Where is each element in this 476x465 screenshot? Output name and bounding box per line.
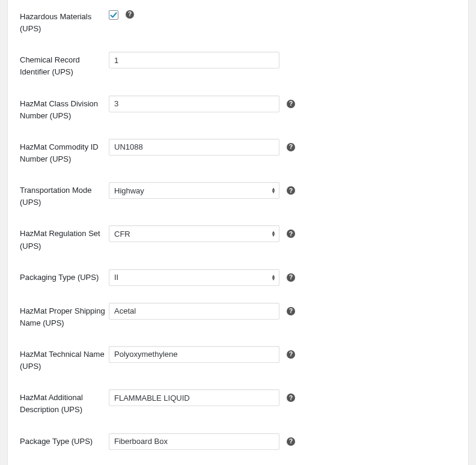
proper-shipping-name-input[interactable] [109, 303, 279, 320]
field-transportation-mode: Transportation Mode (UPS) Highway ▲▼ ? [20, 182, 459, 208]
regulation-set-select[interactable]: CFR [109, 225, 279, 242]
field-packaging-type: Packaging Type (UPS) II ▲▼ ? [20, 269, 459, 286]
help-icon[interactable]: ? [287, 143, 295, 151]
field-additional-description: HazMat Additional Description (UPS) ? [20, 389, 459, 416]
label-technical-name: HazMat Technical Name (UPS) [20, 346, 109, 372]
help-icon[interactable]: ? [126, 10, 134, 19]
field-class-division-number: HazMat Class Division Number (UPS) ? [20, 96, 459, 122]
label-proper-shipping-name: HazMat Proper Shipping Name (UPS) [20, 303, 109, 329]
transportation-mode-select[interactable]: Highway [109, 182, 279, 199]
label-chemical-record-identifier: Chemical Record Identifier (UPS) [20, 52, 109, 78]
help-icon[interactable]: ? [287, 437, 295, 446]
help-icon[interactable]: ? [287, 307, 295, 315]
field-hazardous-materials: Hazardous Materials (UPS) ? [20, 8, 459, 35]
hazmat-settings-panel: Hazardous Materials (UPS) ? Chemical Rec… [7, 0, 469, 465]
field-regulation-set: HazMat Regulation Set (UPS) CFR ▲▼ ? [20, 225, 459, 252]
help-icon[interactable]: ? [287, 350, 295, 359]
label-packaging-type: Packaging Type (UPS) [20, 269, 109, 284]
technical-name-input[interactable] [109, 346, 279, 363]
label-regulation-set: HazMat Regulation Set (UPS) [20, 225, 109, 252]
help-icon[interactable]: ? [287, 186, 295, 195]
label-commodity-id-number: HazMat Commodity ID Number (UPS) [20, 139, 109, 165]
label-package-type: Package Type (UPS) [20, 433, 109, 448]
package-type-input[interactable] [109, 433, 279, 450]
field-commodity-id-number: HazMat Commodity ID Number (UPS) ? [20, 139, 459, 165]
label-class-division-number: HazMat Class Division Number (UPS) [20, 96, 109, 122]
chemical-record-identifier-input[interactable] [109, 52, 279, 68]
label-additional-description: HazMat Additional Description (UPS) [20, 389, 109, 416]
help-icon[interactable]: ? [287, 394, 295, 402]
packaging-type-select[interactable]: II [109, 269, 279, 286]
field-proper-shipping-name: HazMat Proper Shipping Name (UPS) ? [20, 303, 459, 329]
hazardous-materials-checkbox[interactable] [109, 10, 118, 20]
additional-description-input[interactable] [109, 389, 279, 406]
field-chemical-record-identifier: Chemical Record Identifier (UPS) [20, 52, 459, 78]
label-transportation-mode: Transportation Mode (UPS) [20, 182, 109, 208]
help-icon[interactable]: ? [287, 229, 295, 238]
help-icon[interactable]: ? [287, 100, 295, 108]
commodity-id-number-input[interactable] [109, 139, 279, 156]
label-hazardous-materials: Hazardous Materials (UPS) [20, 8, 109, 35]
field-package-type: Package Type (UPS) ? [20, 433, 459, 450]
field-technical-name: HazMat Technical Name (UPS) ? [20, 346, 459, 372]
help-icon[interactable]: ? [287, 273, 295, 282]
class-division-number-input[interactable] [109, 96, 279, 112]
check-icon [110, 11, 117, 19]
